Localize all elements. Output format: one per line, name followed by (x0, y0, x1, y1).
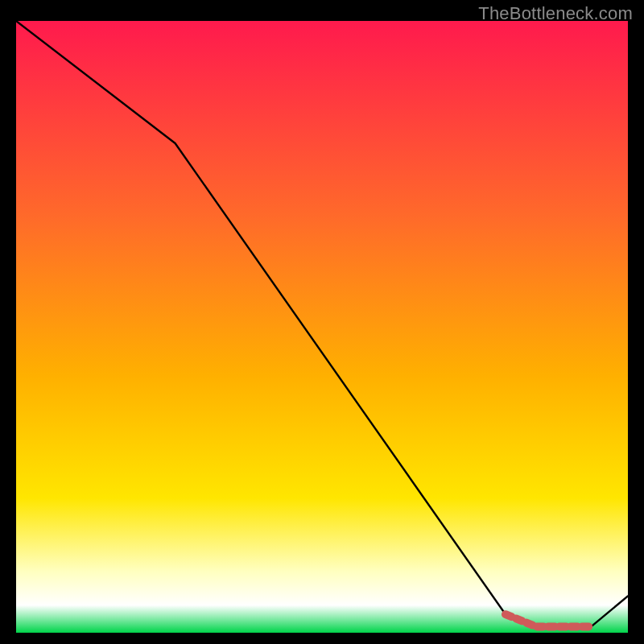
chart-svg (16, 21, 628, 633)
plot-area (16, 21, 628, 633)
chart-frame: TheBottleneck.com (0, 0, 644, 644)
chart-background (16, 21, 628, 633)
